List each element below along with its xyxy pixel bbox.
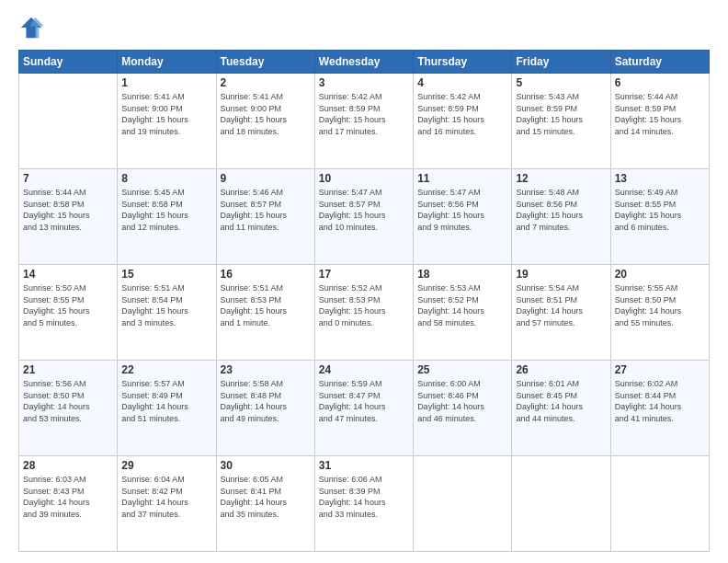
calendar-day-cell: 27Sunrise: 6:02 AM Sunset: 8:44 PM Dayli… (610, 361, 709, 456)
calendar-day-cell: 29Sunrise: 6:04 AM Sunset: 8:42 PM Dayli… (118, 456, 216, 552)
calendar-table: SundayMondayTuesdayWednesdayThursdayFrid… (18, 50, 710, 552)
day-number: 18 (417, 268, 507, 281)
day-number: 17 (319, 268, 409, 281)
calendar-day-cell: 4Sunrise: 5:42 AM Sunset: 8:59 PM Daylig… (414, 74, 512, 169)
calendar-day-cell: 17Sunrise: 5:52 AM Sunset: 8:53 PM Dayli… (314, 265, 413, 361)
calendar-day-cell: 2Sunrise: 5:41 AM Sunset: 9:00 PM Daylig… (216, 74, 314, 169)
day-number: 6 (615, 76, 705, 89)
day-info: Sunrise: 6:01 AM Sunset: 8:45 PM Dayligh… (516, 378, 606, 424)
logo (18, 15, 48, 40)
day-number: 2 (221, 76, 311, 89)
day-number: 13 (615, 172, 705, 185)
day-info: Sunrise: 6:06 AM Sunset: 8:39 PM Dayligh… (319, 474, 409, 520)
day-number: 29 (121, 459, 211, 472)
day-info: Sunrise: 5:50 AM Sunset: 8:55 PM Dayligh… (23, 282, 113, 328)
day-info: Sunrise: 5:45 AM Sunset: 8:58 PM Dayligh… (121, 187, 211, 233)
page: SundayMondayTuesdayWednesdayThursdayFrid… (0, 0, 728, 563)
calendar-day-cell: 10Sunrise: 5:47 AM Sunset: 8:57 PM Dayli… (314, 169, 413, 265)
day-number: 21 (23, 363, 113, 376)
calendar-day-cell: 14Sunrise: 5:50 AM Sunset: 8:55 PM Dayli… (19, 265, 118, 361)
day-info: Sunrise: 5:43 AM Sunset: 8:59 PM Dayligh… (516, 91, 606, 137)
day-info: Sunrise: 5:59 AM Sunset: 8:47 PM Dayligh… (319, 378, 409, 424)
day-info: Sunrise: 5:47 AM Sunset: 8:57 PM Dayligh… (319, 187, 409, 233)
day-number: 14 (23, 268, 113, 281)
calendar-week-row: 7Sunrise: 5:44 AM Sunset: 8:58 PM Daylig… (19, 169, 710, 265)
day-info: Sunrise: 5:44 AM Sunset: 8:58 PM Dayligh… (23, 187, 113, 233)
calendar-day-cell: 18Sunrise: 5:53 AM Sunset: 8:52 PM Dayli… (414, 265, 512, 361)
calendar-day-cell: 7Sunrise: 5:44 AM Sunset: 8:58 PM Daylig… (19, 169, 118, 265)
day-number: 15 (121, 268, 211, 281)
day-info: Sunrise: 5:55 AM Sunset: 8:50 PM Dayligh… (615, 282, 705, 328)
calendar-day-cell: 6Sunrise: 5:44 AM Sunset: 8:59 PM Daylig… (610, 74, 709, 169)
day-info: Sunrise: 5:41 AM Sunset: 9:00 PM Dayligh… (121, 91, 211, 137)
day-number: 5 (516, 76, 606, 89)
calendar-day-cell: 30Sunrise: 6:05 AM Sunset: 8:41 PM Dayli… (216, 456, 314, 552)
day-info: Sunrise: 5:47 AM Sunset: 8:56 PM Dayligh… (417, 187, 507, 233)
col-header-wednesday: Wednesday (314, 51, 413, 74)
calendar-day-cell: 15Sunrise: 5:51 AM Sunset: 8:54 PM Dayli… (118, 265, 216, 361)
calendar-header-row: SundayMondayTuesdayWednesdayThursdayFrid… (19, 51, 710, 74)
day-number: 8 (121, 172, 211, 185)
day-info: Sunrise: 5:52 AM Sunset: 8:53 PM Dayligh… (319, 282, 409, 328)
calendar-week-row: 14Sunrise: 5:50 AM Sunset: 8:55 PM Dayli… (19, 265, 710, 361)
day-info: Sunrise: 5:48 AM Sunset: 8:56 PM Dayligh… (516, 187, 606, 233)
col-header-sunday: Sunday (19, 51, 118, 74)
day-number: 7 (23, 172, 113, 185)
calendar-day-cell: 26Sunrise: 6:01 AM Sunset: 8:45 PM Dayli… (512, 361, 610, 456)
calendar-week-row: 1Sunrise: 5:41 AM Sunset: 9:00 PM Daylig… (19, 74, 710, 169)
day-info: Sunrise: 5:56 AM Sunset: 8:50 PM Dayligh… (23, 378, 113, 424)
day-number: 25 (417, 363, 507, 376)
day-number: 27 (615, 363, 705, 376)
col-header-friday: Friday (512, 51, 610, 74)
calendar-day-cell: 8Sunrise: 5:45 AM Sunset: 8:58 PM Daylig… (118, 169, 216, 265)
calendar-day-cell: 16Sunrise: 5:51 AM Sunset: 8:53 PM Dayli… (216, 265, 314, 361)
day-number: 24 (319, 363, 409, 376)
day-number: 30 (221, 459, 311, 472)
day-info: Sunrise: 5:44 AM Sunset: 8:59 PM Dayligh… (615, 91, 705, 137)
calendar-day-cell: 24Sunrise: 5:59 AM Sunset: 8:47 PM Dayli… (314, 361, 413, 456)
day-info: Sunrise: 6:00 AM Sunset: 8:46 PM Dayligh… (417, 378, 507, 424)
calendar-day-cell: 28Sunrise: 6:03 AM Sunset: 8:43 PM Dayli… (19, 456, 118, 552)
calendar-day-cell: 12Sunrise: 5:48 AM Sunset: 8:56 PM Dayli… (512, 169, 610, 265)
day-info: Sunrise: 5:51 AM Sunset: 8:54 PM Dayligh… (121, 282, 211, 328)
day-info: Sunrise: 5:41 AM Sunset: 9:00 PM Dayligh… (221, 91, 311, 137)
day-info: Sunrise: 6:02 AM Sunset: 8:44 PM Dayligh… (615, 378, 705, 424)
day-number: 10 (319, 172, 409, 185)
day-number: 20 (615, 268, 705, 281)
calendar-empty-cell (512, 456, 610, 552)
day-info: Sunrise: 5:58 AM Sunset: 8:48 PM Dayligh… (221, 378, 311, 424)
day-info: Sunrise: 6:04 AM Sunset: 8:42 PM Dayligh… (121, 474, 211, 520)
calendar-day-cell: 5Sunrise: 5:43 AM Sunset: 8:59 PM Daylig… (512, 74, 610, 169)
day-info: Sunrise: 5:49 AM Sunset: 8:55 PM Dayligh… (615, 187, 705, 233)
day-info: Sunrise: 5:57 AM Sunset: 8:49 PM Dayligh… (121, 378, 211, 424)
day-info: Sunrise: 5:42 AM Sunset: 8:59 PM Dayligh… (319, 91, 409, 137)
calendar-day-cell: 21Sunrise: 5:56 AM Sunset: 8:50 PM Dayli… (19, 361, 118, 456)
day-info: Sunrise: 6:03 AM Sunset: 8:43 PM Dayligh… (23, 474, 113, 520)
header (18, 15, 710, 40)
calendar-day-cell: 3Sunrise: 5:42 AM Sunset: 8:59 PM Daylig… (314, 74, 413, 169)
day-number: 9 (221, 172, 311, 185)
col-header-tuesday: Tuesday (216, 51, 314, 74)
day-info: Sunrise: 5:46 AM Sunset: 8:57 PM Dayligh… (221, 187, 311, 233)
day-number: 11 (417, 172, 507, 185)
calendar-day-cell: 9Sunrise: 5:46 AM Sunset: 8:57 PM Daylig… (216, 169, 314, 265)
calendar-day-cell: 11Sunrise: 5:47 AM Sunset: 8:56 PM Dayli… (414, 169, 512, 265)
day-number: 22 (121, 363, 211, 376)
calendar-empty-cell (414, 456, 512, 552)
calendar-day-cell: 13Sunrise: 5:49 AM Sunset: 8:55 PM Dayli… (610, 169, 709, 265)
col-header-monday: Monday (118, 51, 216, 74)
calendar-empty-cell (610, 456, 709, 552)
calendar-day-cell: 20Sunrise: 5:55 AM Sunset: 8:50 PM Dayli… (610, 265, 709, 361)
col-header-saturday: Saturday (610, 51, 709, 74)
day-number: 4 (417, 76, 507, 89)
day-info: Sunrise: 5:51 AM Sunset: 8:53 PM Dayligh… (221, 282, 311, 328)
day-number: 26 (516, 363, 606, 376)
calendar-day-cell: 22Sunrise: 5:57 AM Sunset: 8:49 PM Dayli… (118, 361, 216, 456)
calendar-day-cell: 25Sunrise: 6:00 AM Sunset: 8:46 PM Dayli… (414, 361, 512, 456)
calendar-day-cell: 31Sunrise: 6:06 AM Sunset: 8:39 PM Dayli… (314, 456, 413, 552)
calendar-day-cell: 23Sunrise: 5:58 AM Sunset: 8:48 PM Dayli… (216, 361, 314, 456)
day-number: 3 (319, 76, 409, 89)
day-number: 12 (516, 172, 606, 185)
calendar-week-row: 21Sunrise: 5:56 AM Sunset: 8:50 PM Dayli… (19, 361, 710, 456)
day-info: Sunrise: 5:53 AM Sunset: 8:52 PM Dayligh… (417, 282, 507, 328)
